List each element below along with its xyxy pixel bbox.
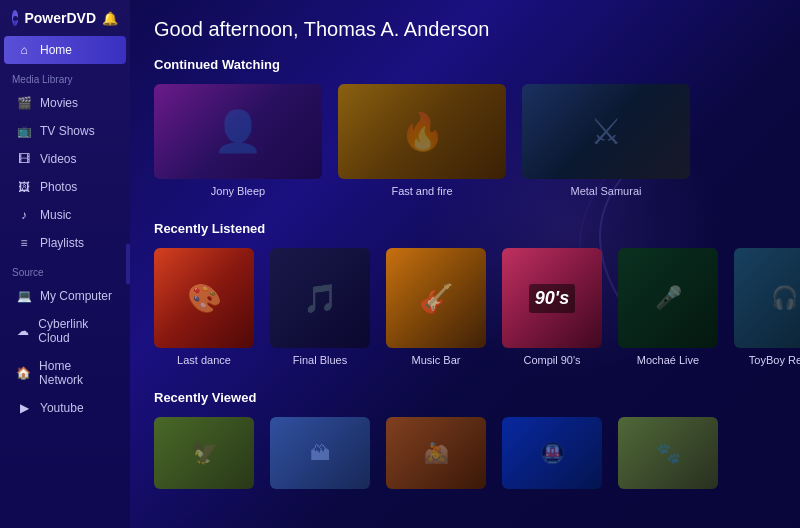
media-card-music-bar[interactable]: 🎸 Music Bar: [386, 248, 486, 366]
90s-badge: 90's: [529, 284, 575, 313]
media-label-jony-bleep: Jony Bleep: [211, 185, 265, 197]
recently-viewed-section: Recently Viewed 🦅 🏔: [154, 390, 776, 489]
network-icon: 🏠: [16, 366, 31, 380]
sidebar-item-home[interactable]: ⌂ Home: [4, 36, 126, 64]
media-label-mochate-live: Mochaé Live: [637, 354, 699, 366]
sidebar-section-source: Source: [0, 257, 130, 282]
media-card-compil-90s[interactable]: 90's Compil 90's: [502, 248, 602, 366]
youtube-icon: ▶: [16, 401, 32, 415]
media-card-rv4[interactable]: 🚇: [502, 417, 602, 489]
cloud-icon: ☁: [16, 324, 30, 338]
media-card-metal-samurai[interactable]: ⚔ Metal Samurai: [522, 84, 690, 197]
music-icon: ♪: [16, 208, 32, 222]
sidebar-item-my-computer[interactable]: 💻 My Computer: [4, 282, 126, 310]
media-label-final-blues: Final Blues: [293, 354, 347, 366]
thumb-rv3: 🚵: [386, 417, 486, 489]
computer-icon: 💻: [16, 289, 32, 303]
media-card-rv1[interactable]: 🦅: [154, 417, 254, 489]
app-logo-icon: [12, 10, 18, 26]
app-title: PowerDVD: [24, 10, 96, 26]
media-card-toyboy-remix[interactable]: 🎧 ToyBoy Remix: [734, 248, 800, 366]
thumb-last-dance: 🎨: [154, 248, 254, 348]
thumb-compil-90s: 90's: [502, 248, 602, 348]
media-card-rv2[interactable]: 🏔: [270, 417, 370, 489]
sidebar-item-videos[interactable]: 🎞 Videos: [4, 145, 126, 173]
sidebar-item-label: Movies: [40, 96, 78, 110]
sidebar-item-photos[interactable]: 🖼 Photos: [4, 173, 126, 201]
tvshows-icon: 📺: [16, 124, 32, 138]
thumb-jony-bleep: 👤: [154, 84, 322, 179]
thumb-rv5: 🐾: [618, 417, 718, 489]
media-label-metal-samurai: Metal Samurai: [571, 185, 642, 197]
recently-listened-title: Recently Listened: [154, 221, 776, 236]
greeting-text: Good afternoon, Thomas A. Anderson: [154, 18, 776, 41]
sidebar-item-label: Youtube: [40, 401, 84, 415]
home-icon: ⌂: [16, 43, 32, 57]
sidebar-item-label: Cyberlink Cloud: [38, 317, 114, 345]
thumb-fast-fire: 🔥: [338, 84, 506, 179]
notification-icon[interactable]: 🔔: [102, 11, 118, 26]
movies-icon: 🎬: [16, 96, 32, 110]
thumb-rv2: 🏔: [270, 417, 370, 489]
sidebar-item-music[interactable]: ♪ Music: [4, 201, 126, 229]
sidebar-item-label: Home: [40, 43, 72, 57]
photos-icon: 🖼: [16, 180, 32, 194]
sidebar-item-movies[interactable]: 🎬 Movies: [4, 89, 126, 117]
thumb-metal-samurai: ⚔: [522, 84, 690, 179]
thumb-toyboy-remix: 🎧: [734, 248, 800, 348]
media-card-final-blues[interactable]: 🎵 Final Blues: [270, 248, 370, 366]
media-label-fast-fire: Fast and fire: [391, 185, 452, 197]
sidebar-item-youtube[interactable]: ▶ Youtube: [4, 394, 126, 422]
sidebar-item-label: Photos: [40, 180, 77, 194]
media-card-last-dance[interactable]: 🎨 Last dance: [154, 248, 254, 366]
continued-watching-title: Continued Watching: [154, 57, 776, 72]
sidebar-item-label: Music: [40, 208, 71, 222]
playlists-icon: ≡: [16, 236, 32, 250]
sidebar-item-label: Videos: [40, 152, 76, 166]
sidebar: PowerDVD 🔔 ⌂ Home Media Library 🎬 Movies…: [0, 0, 130, 528]
recently-viewed-row: 🦅 🏔 🚵: [154, 417, 776, 489]
main-content: Good afternoon, Thomas A. Anderson Conti…: [130, 0, 800, 528]
media-card-rv3[interactable]: 🚵: [386, 417, 486, 489]
thumb-rv4: 🚇: [502, 417, 602, 489]
sidebar-item-tvshows[interactable]: 📺 TV Shows: [4, 117, 126, 145]
media-label-toyboy-remix: ToyBoy Remix: [749, 354, 800, 366]
thumb-mochate-live: 🎤: [618, 248, 718, 348]
media-card-fast-fire[interactable]: 🔥 Fast and fire: [338, 84, 506, 197]
sidebar-item-playlists[interactable]: ≡ Playlists: [4, 229, 126, 257]
continued-watching-row: 👤 Jony Bleep 🔥 Fast and fire ⚔: [154, 84, 776, 197]
media-card-rv5[interactable]: 🐾: [618, 417, 718, 489]
recently-viewed-title: Recently Viewed: [154, 390, 776, 405]
sidebar-item-cyberlink-cloud[interactable]: ☁ Cyberlink Cloud: [4, 310, 126, 352]
media-label-last-dance: Last dance: [177, 354, 231, 366]
sidebar-item-home-network[interactable]: 🏠 Home Network: [4, 352, 126, 394]
thumb-final-blues: 🎵: [270, 248, 370, 348]
media-label-music-bar: Music Bar: [412, 354, 461, 366]
continued-watching-section: Continued Watching 👤 Jony Bleep 🔥 Fast a…: [154, 57, 776, 197]
media-label-compil-90s: Compil 90's: [523, 354, 580, 366]
sidebar-item-label: Home Network: [39, 359, 114, 387]
videos-icon: 🎞: [16, 152, 32, 166]
thumb-music-bar: 🎸: [386, 248, 486, 348]
sidebar-item-label: Playlists: [40, 236, 84, 250]
sidebar-header: PowerDVD 🔔: [0, 0, 130, 36]
recently-listened-section: Recently Listened 🎨 Last dance 🎵 Final B…: [154, 221, 776, 366]
sidebar-section-media: Media Library: [0, 64, 130, 89]
sidebar-item-label: My Computer: [40, 289, 112, 303]
thumb-rv1: 🦅: [154, 417, 254, 489]
sidebar-item-label: TV Shows: [40, 124, 95, 138]
recently-listened-row: 🎨 Last dance 🎵 Final Blues 🎸: [154, 248, 776, 366]
media-card-jony-bleep[interactable]: 👤 Jony Bleep: [154, 84, 322, 197]
media-card-mochate-live[interactable]: 🎤 Mochaé Live: [618, 248, 718, 366]
